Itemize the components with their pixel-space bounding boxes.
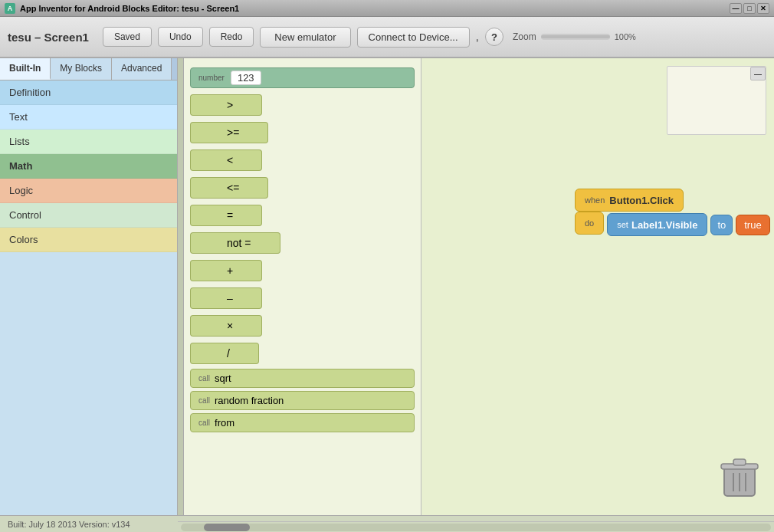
op-right [239,94,262,116]
to-label: to [717,219,726,231]
event-block-group[interactable]: when Button1.Click do set Label1.Visible… [575,189,770,236]
tab-myblocks[interactable]: My Blocks [51,58,112,80]
call-label: call [198,374,210,383]
number-block[interactable]: number 123 [190,67,415,88]
event-name: Button1.Click [609,195,674,206]
add-symbol: + [221,260,239,281]
blocks-panel: number 123 > >= < <= [184,58,421,515]
sqrt-name: sqrt [215,373,231,384]
op-right [239,260,262,281]
neq-block[interactable]: not = [190,232,415,254]
minimize-btn[interactable]: — [730,3,742,14]
mul-symbol: × [221,315,239,337]
do-keyword: do [585,218,594,228]
call-from-block[interactable]: call from [190,413,415,432]
true-value: true [744,219,761,231]
gt-block[interactable]: > [190,94,415,116]
scrollbar-thumb[interactable] [204,524,250,531]
lte-block[interactable]: <= [190,177,415,199]
sidebar: Built-In My Blocks Advanced Definition T… [0,58,178,515]
op-right [245,122,268,143]
random-fraction-name: random fraction [215,395,284,406]
minimap: — [667,66,766,135]
help-button[interactable]: ? [485,28,503,46]
window-controls: — □ ✕ [730,3,769,14]
set-block[interactable]: set Label1.Visible [607,213,707,236]
title-bar: A App Inventor for Android Blocks Editor… [0,0,774,17]
toolbar: tesu – Screen1 Saved Undo Redo New emula… [0,17,774,58]
op-right [239,287,262,309]
horizontal-scrollbar[interactable] [178,521,774,532]
minimap-collapse-button[interactable]: — [750,67,766,80]
random-fraction-block[interactable]: call random fraction [190,391,415,410]
sidebar-item-control[interactable]: Control [0,203,177,228]
status-text: Built: July 18 2013 Version: v134 [8,520,130,529]
eq-symbol: = [221,205,239,226]
comma-separator: , [476,30,479,44]
op-left [190,122,221,143]
close-btn[interactable]: ✕ [757,3,769,14]
undo-button[interactable]: Undo [158,27,203,47]
property-name: Label1.Visible [631,219,697,231]
resize-handle[interactable] [178,58,184,515]
true-block[interactable]: true [736,215,769,235]
op-left [190,287,221,309]
trash-area[interactable] [720,458,759,500]
connect-button[interactable]: Connect to Device... [357,27,470,48]
lt-symbol: < [221,149,239,171]
sidebar-item-lists[interactable]: Lists [0,130,177,154]
op-left [190,343,221,364]
set-label: set [617,220,628,229]
sub-block[interactable]: – [190,287,415,309]
redo-button[interactable]: Redo [209,27,254,47]
sidebar-item-math[interactable]: Math [0,154,177,179]
neq-symbol: not = [221,232,257,254]
op-left [190,94,221,116]
maximize-btn[interactable]: □ [743,3,756,14]
eq-block[interactable]: = [190,205,415,226]
mul-block[interactable]: × [190,315,415,337]
gte-block[interactable]: >= [190,122,415,143]
when-keyword: when [585,195,605,205]
svg-rect-2 [733,459,746,465]
call-label: call [198,419,210,427]
number-label: number [198,74,225,82]
op-left [190,205,221,226]
zoom-slider[interactable] [541,34,610,40]
sidebar-item-text[interactable]: Text [0,105,177,130]
op-right [239,149,262,171]
op-left [190,177,221,199]
div-symbol: / [221,343,236,364]
lte-symbol: <= [221,177,245,199]
sidebar-item-logic[interactable]: Logic [0,179,177,203]
lt-block[interactable]: < [190,149,415,171]
add-block[interactable]: + [190,260,415,281]
op-right [245,177,268,199]
saved-button[interactable]: Saved [103,27,152,47]
zoom-area: Zoom 100% [513,31,636,42]
zoom-percent: 100% [615,32,636,41]
number-value: 123 [231,71,261,85]
op-right [239,315,262,337]
main-area: Built-In My Blocks Advanced Definition T… [0,58,774,515]
sidebar-item-colors[interactable]: Colors [0,228,177,252]
trash-icon [720,458,759,500]
canvas-area[interactable]: — when Button1.Click do set Label1.Vi [421,58,774,515]
gte-symbol: >= [221,122,245,143]
div-block[interactable]: / [190,343,415,364]
sqrt-block[interactable]: call sqrt [190,369,415,388]
scrollbar-track[interactable] [181,524,771,531]
call-label: call [198,396,210,405]
when-event-block[interactable]: when Button1.Click [575,189,684,212]
tab-builtin[interactable]: Built-In [0,58,51,80]
op-right [236,343,259,364]
gt-symbol: > [221,94,239,116]
op-left [190,260,221,281]
op-left [190,315,221,337]
tab-advanced[interactable]: Advanced [112,58,172,80]
op-left [190,232,221,254]
new-emulator-button[interactable]: New emulator [260,27,350,48]
sidebar-item-definition[interactable]: Definition [0,80,177,105]
from-name: from [215,417,234,429]
op-right [257,232,280,254]
